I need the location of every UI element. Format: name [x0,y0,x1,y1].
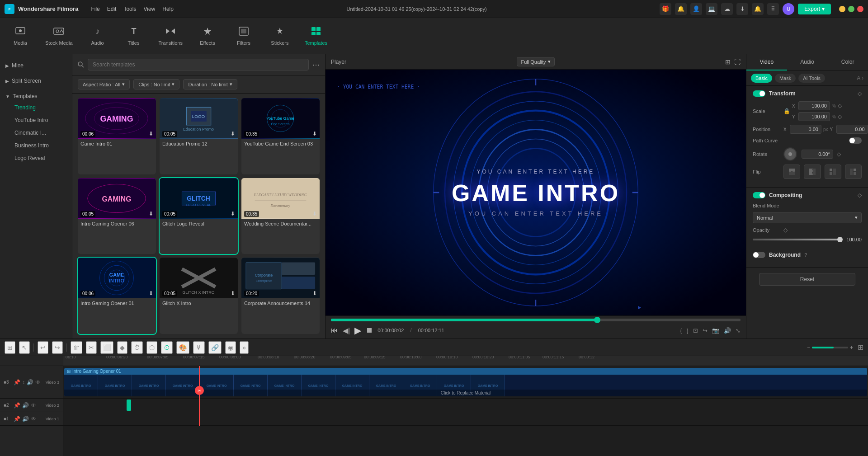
sidebar-templates-header[interactable]: ▼ Templates [5,91,66,101]
track3-volume[interactable]: 🔊 [27,379,33,385]
track2-eye[interactable]: 👁 [31,402,36,409]
transform-keyframe[interactable]: ◇ [858,90,862,97]
tab-color[interactable]: Color [827,54,868,71]
flip-option3-button[interactable] [825,165,841,179]
tl-zoom-slider[interactable] [812,347,848,348]
template-download-icon[interactable]: ⬇ [312,290,317,296]
mark-in-button[interactable]: { [680,327,682,334]
sidebar-item-logo[interactable]: Logo Reveal [5,152,66,165]
opacity-slider[interactable] [753,239,840,240]
bell-icon-btn[interactable]: 🔔 [675,3,687,15]
background-help[interactable]: ? [804,252,807,258]
transform-toggle[interactable] [753,90,765,97]
duration-filter[interactable]: Duration : No limit ▾ [183,79,237,89]
tl-audio-button[interactable]: 🎙 [193,341,205,354]
tl-audio-sync-button[interactable]: 🔗 [208,341,222,354]
more-options-button[interactable]: ⋯ [312,61,320,69]
sidebar-split-header[interactable]: ▶ Split Screen [5,76,66,86]
tool-stickers[interactable]: Stickers [269,27,291,46]
tl-keyframe-button[interactable]: ◆ [117,341,127,354]
tool-media[interactable]: Media [9,27,32,46]
compositing-toggle[interactable] [753,192,765,198]
template-download-icon[interactable]: ⬇ [149,131,153,137]
sub-tab-basic[interactable]: Basic [751,74,772,83]
flip-horizontal-button[interactable] [804,165,821,179]
tl-split-button[interactable]: ✂ [86,341,97,354]
scale-x-input[interactable] [798,101,830,110]
template-download-icon[interactable]: ⬇ [312,211,317,217]
rotate-keyframe[interactable]: ◇ [837,151,841,157]
track3-move[interactable]: ↕ [22,379,25,385]
template-glitch-logo-reveal[interactable]: GLITCHLOGO REVEAL 00:05 ⬇ Glitch Logo Re… [160,178,238,254]
track2-volume[interactable]: 🔊 [22,402,29,409]
position-x-input[interactable] [790,125,821,134]
cloud-icon-btn[interactable]: ☁ [721,3,733,15]
volume-button[interactable]: 🔊 [724,327,731,334]
template-download-icon[interactable]: ⬇ [231,211,235,217]
tool-transitions[interactable]: Transitions [159,27,183,46]
split-view-icon[interactable]: ⊞ [725,58,731,66]
maximize-button[interactable] [848,6,854,12]
playhead-marker[interactable]: ✂ [195,386,204,395]
track1-eye[interactable]: 👁 [31,416,36,422]
tl-speed-button[interactable]: ⏱ [131,341,143,354]
template-corporate-14[interactable]: CorporateEnterprise 00:20 ⬇ Corporate An… [241,258,320,334]
template-youtube-game-end-03[interactable]: YouTube GameEnd Screen 00:35 ⬇ YouTube G… [241,98,320,174]
tl-redo-button[interactable]: ↪ [52,341,63,354]
template-download-icon[interactable]: ⬇ [312,131,317,137]
aspect-ratio-button[interactable]: ⤡ [736,327,741,334]
track1-volume[interactable]: 🔊 [22,416,29,422]
search-input[interactable] [88,59,309,71]
tab-video[interactable]: Video [746,54,787,71]
template-intro-gaming-opener-06[interactable]: GAMING 00:05 ⬇ Intro Gaming Opener 06 [78,178,156,254]
template-download-icon[interactable]: ⬇ [231,131,235,137]
sub-tab-mask[interactable]: Mask [775,74,796,83]
sidebar-item-trending[interactable]: Trending [5,101,66,114]
fullscreen-icon[interactable]: ⛶ [734,58,741,66]
sub-tabs-arrow[interactable]: A › [857,75,863,81]
progress-thumb[interactable] [594,317,600,323]
play-button[interactable]: ▶ [354,325,361,336]
track3-attach[interactable]: 📌 [14,379,20,385]
minimize-button[interactable] [839,6,845,12]
tl-zoom-in[interactable]: + [850,344,853,351]
clips-filter[interactable]: Clips : No limit ▾ [133,79,179,89]
flip-vertical-button[interactable] [783,165,800,179]
download-icon-btn[interactable]: ⬇ [736,3,748,15]
tl-color-button[interactable]: 🎨 [176,341,189,354]
opacity-thumb[interactable] [837,237,843,242]
tool-titles[interactable]: T Titles [123,27,145,46]
template-download-icon[interactable]: ⬇ [149,290,153,296]
menu-help[interactable]: Help [162,6,174,12]
insert-button[interactable]: ⊡ [693,327,698,334]
tool-templates[interactable]: Templates [305,27,327,46]
menu-edit[interactable]: Edit [107,6,117,12]
tl-silence-button[interactable]: ◉ [225,341,236,354]
sidebar-item-cinematic[interactable]: Cinematic I... [5,127,66,139]
gift-icon-btn[interactable]: 🎁 [660,3,671,15]
tl-select-button[interactable]: ↖ [19,341,30,354]
aspect-ratio-filter[interactable]: Aspect Ratio : All ▾ [78,79,130,89]
flip-option4-button[interactable] [845,165,862,179]
template-education-promo-12[interactable]: LOGOEducation Promo 00:05 ⬇ Education Pr… [160,98,238,174]
tool-stock[interactable]: Stock Media [45,27,73,46]
user-avatar[interactable]: U [783,3,794,15]
device-icon-btn[interactable]: 💻 [706,3,717,15]
reset-button[interactable]: Reset [759,273,855,286]
append-button[interactable]: ↪ [703,327,708,334]
sub-tab-aitools[interactable]: AI Tools [798,74,825,83]
tl-timer-button[interactable]: ⏲ [161,341,173,354]
click-replace-label[interactable]: Click to Replace Material [64,390,867,396]
tl-undo-button[interactable]: ↩ [38,341,48,354]
template-download-icon[interactable]: ⬇ [149,211,153,217]
playback-progress-bar[interactable] [331,319,741,321]
quality-select[interactable]: Full Quality ▾ [517,57,554,66]
path-curve-toggle[interactable] [849,137,862,144]
stop-button[interactable]: ⏹ [366,326,373,334]
mark-out-button[interactable]: } [687,327,689,334]
export-button[interactable]: Export ▾ [798,4,831,14]
snapshot-button[interactable]: 📷 [712,327,719,334]
template-glitch-x-intro[interactable]: GLITCH X INTRO 00:05 ⬇ Glitch X Intro [160,258,238,334]
template-wedding-scene[interactable]: ELEGANT LUXURY WEDDINGDocumentary 00:35 … [241,178,320,254]
template-game-intro-01[interactable]: GAMING 00:06 ⬇ Game Intro 01 [78,98,156,174]
